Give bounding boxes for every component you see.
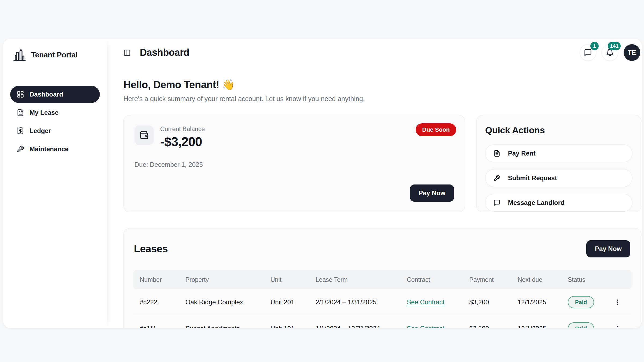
status-badge: Paid — [568, 296, 594, 308]
column-payment: Payment — [469, 276, 518, 283]
next-due-cell: 12/1/2025 — [518, 298, 568, 306]
table-row: #c111 Sunset Apartments Unit 101 1/1/202… — [133, 315, 631, 328]
quick-actions-card: Quick Actions Pay Rent — [476, 115, 641, 212]
messages-button[interactable]: 1 — [580, 44, 596, 61]
status-badge: Paid — [568, 322, 594, 328]
topbar-actions: 1 141 TE — [580, 44, 640, 61]
receipt-dollar-icon — [17, 127, 24, 135]
file-text-icon — [493, 150, 500, 157]
leases-table-header: Number Property Unit Lease Term Contract… — [133, 270, 631, 289]
sidebar-toggle-icon[interactable] — [123, 49, 131, 56]
sidebar-item-ledger[interactable]: Ledger — [10, 122, 100, 139]
row-menu-icon[interactable] — [612, 297, 623, 308]
table-row: #c222 Oak Ridge Complex Unit 201 2/1/202… — [133, 289, 631, 315]
leases-title: Leases — [134, 243, 168, 255]
balance-amount: -$3,200 — [160, 134, 205, 149]
leases-header: Leases Pay Now — [133, 239, 631, 257]
column-number: Number — [140, 276, 185, 283]
balance-label: Current Balance — [160, 125, 205, 133]
app-window: Tenant Portal Dashboard — [3, 39, 642, 328]
lease-number-cell: #c111 — [140, 325, 185, 328]
sidebar-item-label: Dashboard — [30, 91, 63, 98]
main-content: Dashboard 1 141 — [107, 39, 642, 328]
pay-rent-button[interactable]: Pay Rent — [485, 145, 632, 162]
logo: Tenant Portal — [10, 46, 100, 62]
message-landlord-label: Message Landlord — [508, 199, 565, 206]
sidebar-item-label: Ledger — [30, 127, 51, 135]
submit-request-button[interactable]: Submit Request — [485, 169, 632, 187]
quick-actions-title: Quick Actions — [485, 125, 632, 135]
payment-cell: $3,200 — [469, 298, 518, 306]
greeting-subtitle: Here's a quick summary of your rental ac… — [123, 95, 641, 103]
next-due-cell: 12/1/2025 — [518, 325, 568, 328]
see-contract-link[interactable]: See Contract — [407, 325, 444, 328]
sidebar-item-label: Maintenance — [30, 145, 68, 153]
see-contract-link[interactable]: See Contract — [407, 298, 444, 306]
column-property: Property — [185, 276, 270, 283]
column-unit: Unit — [270, 276, 316, 283]
balance-top: Current Balance -$3,200 — [134, 125, 454, 149]
leases-card: Leases Pay Now Number Property Unit Leas… — [123, 228, 641, 328]
page-title: Dashboard — [140, 47, 189, 58]
unit-cell: Unit 101 — [270, 325, 316, 328]
column-contract: Contract — [407, 276, 469, 283]
wallet-icon — [134, 125, 154, 145]
lease-term-cell: 1/1/2024 – 12/31/2024 — [316, 325, 407, 328]
unit-cell: Unit 201 — [270, 298, 316, 306]
wrench-icon — [17, 145, 24, 153]
avatar[interactable]: TE — [624, 44, 640, 61]
sidebar-item-label: My Lease — [30, 109, 58, 116]
notifications-button[interactable]: 141 — [602, 44, 618, 61]
sidebar: Tenant Portal Dashboard — [3, 39, 107, 328]
file-text-icon — [17, 109, 24, 116]
sidebar-item-dashboard[interactable]: Dashboard — [10, 86, 100, 103]
submit-request-label: Submit Request — [508, 174, 557, 182]
pay-rent-label: Pay Rent — [508, 150, 536, 157]
notifications-count-badge: 141 — [608, 42, 621, 50]
column-status: Status — [568, 276, 609, 283]
property-cell: Oak Ridge Complex — [185, 298, 270, 306]
leases-pay-now-button[interactable]: Pay Now — [586, 240, 630, 257]
due-date-text: Due: December 1, 2025 — [134, 161, 454, 168]
payment-cell: $2,500 — [469, 325, 518, 328]
due-soon-badge: Due Soon — [416, 123, 456, 136]
quick-actions-list: Pay Rent Submit Request — [485, 145, 632, 212]
buildings-logo-icon — [12, 48, 27, 62]
app-title: Tenant Portal — [31, 51, 78, 59]
leases-table: Number Property Unit Lease Term Contract… — [133, 270, 631, 328]
wrench-icon — [493, 175, 500, 182]
greeting: Hello, Demo Tenant! 👋 Here's a quick sum… — [123, 79, 641, 103]
row-menu-icon[interactable] — [612, 323, 623, 328]
lease-number-cell: #c222 — [140, 298, 185, 306]
sidebar-nav: Dashboard My Lease — [10, 86, 100, 158]
message-icon — [493, 199, 500, 206]
sidebar-item-my-lease[interactable]: My Lease — [10, 104, 100, 121]
topbar: Dashboard 1 141 — [123, 41, 641, 64]
property-cell: Sunset Apartments — [185, 325, 270, 328]
summary-row: Current Balance -$3,200 Due Soon Due: De… — [123, 115, 641, 212]
column-next-due: Next due — [518, 276, 568, 283]
balance-texts: Current Balance -$3,200 — [160, 125, 205, 149]
balance-card: Current Balance -$3,200 Due Soon Due: De… — [123, 115, 465, 212]
dashboard-grid-icon — [17, 91, 24, 98]
column-lease-term: Lease Term — [316, 276, 407, 283]
message-icon — [584, 49, 592, 57]
pay-now-button[interactable]: Pay Now — [410, 184, 454, 202]
sidebar-item-maintenance[interactable]: Maintenance — [10, 141, 100, 158]
lease-term-cell: 2/1/2024 – 1/31/2025 — [316, 298, 407, 306]
messages-count-badge: 1 — [590, 42, 599, 50]
message-landlord-button[interactable]: Message Landlord — [485, 194, 632, 212]
greeting-title: Hello, Demo Tenant! 👋 — [123, 79, 641, 91]
